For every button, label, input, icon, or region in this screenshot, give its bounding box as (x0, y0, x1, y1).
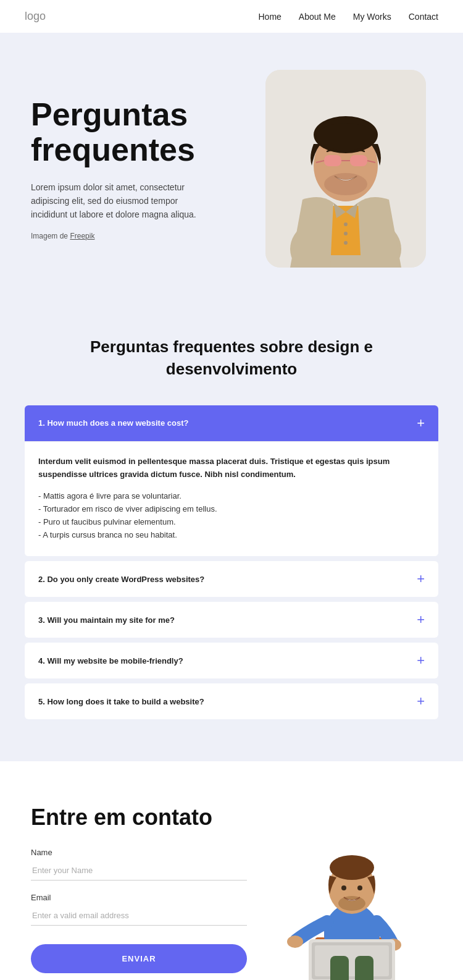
faq-item-5: 5. How long does it take to build a webs… (25, 683, 438, 719)
list-item: A turpis cursus branca no seu habitat. (38, 528, 425, 541)
faq-header-3[interactable]: 3. Will you maintain my site for me? + (25, 602, 438, 638)
faq-icon-5: + (417, 695, 425, 708)
list-item: Torturador em risco de viver adipiscing … (38, 502, 425, 515)
email-label: Email (31, 893, 247, 902)
hero-image-box (265, 70, 426, 268)
nav-links: Home About Me My Works Contact (258, 12, 438, 22)
hero-credit: Imagem de Freepik (31, 232, 259, 240)
hero-description: Lorem ipsum dolor sit amet, consectetur … (31, 180, 216, 222)
contact-title: Entre em contato (31, 805, 247, 830)
faq-question-4: 4. Will my website be mobile-friendly? (38, 656, 183, 665)
faq-question-5: 5. How long does it take to build a webs… (38, 697, 204, 706)
contact-image-area (272, 805, 432, 980)
email-input[interactable] (31, 906, 247, 926)
svg-point-26 (330, 855, 374, 880)
faq-item-3: 3. Will you maintain my site for me? + (25, 602, 438, 638)
faq-question-2: 2. Do you only create WordPress websites… (38, 575, 204, 584)
svg-point-29 (357, 885, 362, 890)
hero-text: Perguntas frequentes Lorem ipsum dolor s… (31, 97, 259, 240)
svg-point-30 (287, 936, 303, 948)
svg-point-13 (344, 222, 348, 226)
nav-home[interactable]: Home (258, 12, 281, 22)
faq-body-1: Interdum velit euismod in pellentesque m… (25, 441, 438, 557)
email-form-group: Email (31, 893, 247, 926)
faq-question-1: 1. How much does a new website cost? (38, 418, 188, 428)
svg-rect-40 (355, 956, 373, 980)
svg-rect-34 (315, 945, 389, 976)
svg-point-6 (316, 123, 375, 150)
faq-body-list-1: Mattis agora é livre para se voluntariar… (38, 489, 425, 541)
hero-image-wrap (259, 70, 432, 268)
name-label: Name (31, 848, 247, 857)
hero-credit-link[interactable]: Freepik (70, 232, 94, 240)
submit-button[interactable]: ENVIAR (31, 944, 247, 973)
svg-point-14 (344, 232, 348, 235)
list-item: Mattis agora é livre para se voluntariar… (38, 489, 425, 502)
contact-form-area: Entre em contato Name Email ENVIAR Image… (31, 805, 247, 980)
svg-point-28 (341, 885, 346, 890)
contact-section: Entre em contato Name Email ENVIAR Image… (0, 761, 463, 980)
faq-item-2: 2. Do you only create WordPress websites… (25, 561, 438, 597)
nav-about[interactable]: About Me (299, 12, 336, 22)
faq-icon-1: + (417, 416, 425, 430)
svg-rect-8 (324, 155, 341, 166)
hero-section: Perguntas frequentes Lorem ipsum dolor s… (0, 33, 463, 292)
navbar: logo Home About Me My Works Contact (0, 0, 463, 33)
faq-body-intro-1: Interdum velit euismod in pellentesque m… (38, 455, 425, 481)
faq-header-5[interactable]: 5. How long does it take to build a webs… (25, 683, 438, 719)
faq-section: Perguntas frequentes sobre design e dese… (0, 292, 463, 761)
name-form-group: Name (31, 848, 247, 881)
faq-icon-2: + (417, 572, 425, 586)
faq-item-4: 4. Will my website be mobile-friendly? + (25, 643, 438, 678)
faq-header-1[interactable]: 1. How much does a new website cost? + (25, 405, 438, 441)
faq-icon-3: + (417, 613, 425, 627)
nav-works[interactable]: My Works (353, 12, 391, 22)
hero-person-illustration (265, 70, 426, 268)
faq-header-4[interactable]: 4. Will my website be mobile-friendly? + (25, 643, 438, 678)
contact-illustration (278, 817, 426, 980)
svg-point-15 (344, 241, 348, 245)
svg-point-27 (338, 896, 365, 911)
name-input[interactable] (31, 861, 247, 881)
nav-contact[interactable]: Contact (409, 12, 438, 22)
list-item: Puro ut faucibus pulvinar elementum. (38, 515, 425, 528)
hero-title: Perguntas frequentes (31, 97, 259, 167)
faq-item-1: 1. How much does a new website cost? + I… (25, 405, 438, 557)
faq-title: Perguntas frequentes sobre design e dese… (25, 336, 438, 381)
svg-point-7 (324, 173, 367, 195)
faq-icon-4: + (417, 654, 425, 667)
svg-rect-39 (330, 956, 349, 980)
faq-header-2[interactable]: 2. Do you only create WordPress websites… (25, 561, 438, 597)
logo: logo (25, 10, 46, 23)
faq-question-3: 3. Will you maintain my site for me? (38, 615, 175, 625)
svg-rect-9 (350, 155, 367, 166)
